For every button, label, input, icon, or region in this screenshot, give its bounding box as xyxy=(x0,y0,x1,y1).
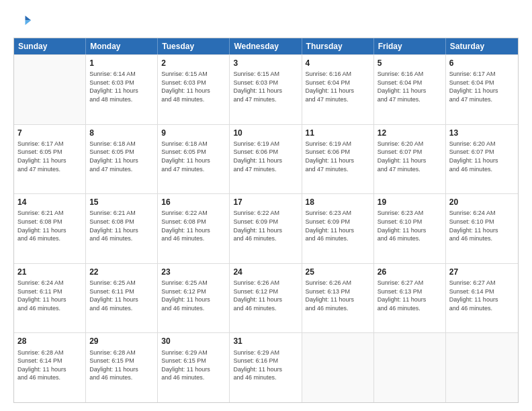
day-number: 4 xyxy=(306,58,370,68)
cell-info: Sunrise: 6:23 AM Sunset: 6:09 PM Dayligh… xyxy=(306,209,370,242)
day-number: 10 xyxy=(233,128,298,138)
day-number: 8 xyxy=(89,128,154,138)
calendar-cell-r2-c2: 16Sunrise: 6:22 AM Sunset: 6:08 PM Dayli… xyxy=(158,194,230,263)
calendar-cell-r3-c1: 22Sunrise: 6:25 AM Sunset: 6:11 PM Dayli… xyxy=(86,264,158,333)
cell-info: Sunrise: 6:14 AM Sunset: 6:03 PM Dayligh… xyxy=(89,70,154,103)
weekday-header-monday: Monday xyxy=(86,38,158,54)
calendar-row-1: 7Sunrise: 6:17 AM Sunset: 6:05 PM Daylig… xyxy=(14,124,518,194)
day-number: 7 xyxy=(17,128,82,138)
calendar-cell-r0-c3: 3Sunrise: 6:15 AM Sunset: 6:03 PM Daylig… xyxy=(230,55,302,124)
calendar-cell-r2-c0: 14Sunrise: 6:21 AM Sunset: 6:08 PM Dayli… xyxy=(14,194,86,263)
calendar-cell-r0-c2: 2Sunrise: 6:15 AM Sunset: 6:03 PM Daylig… xyxy=(158,55,230,124)
day-number: 9 xyxy=(161,128,226,138)
day-number: 11 xyxy=(306,128,370,138)
cell-info: Sunrise: 6:18 AM Sunset: 6:05 PM Dayligh… xyxy=(89,140,154,173)
calendar-cell-r1-c4: 11Sunrise: 6:19 AM Sunset: 6:06 PM Dayli… xyxy=(302,125,374,194)
calendar-row-3: 21Sunrise: 6:24 AM Sunset: 6:11 PM Dayli… xyxy=(14,263,518,333)
calendar-header: SundayMondayTuesdayWednesdayThursdayFrid… xyxy=(14,38,518,54)
calendar-cell-r1-c5: 12Sunrise: 6:20 AM Sunset: 6:07 PM Dayli… xyxy=(374,125,446,194)
calendar-cell-r1-c0: 7Sunrise: 6:17 AM Sunset: 6:05 PM Daylig… xyxy=(14,125,86,194)
calendar-cell-r0-c5: 5Sunrise: 6:16 AM Sunset: 6:04 PM Daylig… xyxy=(374,55,446,124)
cell-info: Sunrise: 6:22 AM Sunset: 6:09 PM Dayligh… xyxy=(233,209,298,242)
cell-info: Sunrise: 6:28 AM Sunset: 6:14 PM Dayligh… xyxy=(17,349,82,382)
day-number: 13 xyxy=(449,128,515,138)
calendar-cell-r3-c4: 25Sunrise: 6:26 AM Sunset: 6:13 PM Dayli… xyxy=(302,264,374,333)
day-number: 29 xyxy=(89,336,154,347)
day-number: 27 xyxy=(449,267,515,277)
weekday-header-friday: Friday xyxy=(374,38,446,54)
cell-info: Sunrise: 6:15 AM Sunset: 6:03 PM Dayligh… xyxy=(161,70,226,103)
calendar-cell-r2-c4: 18Sunrise: 6:23 AM Sunset: 6:09 PM Dayli… xyxy=(302,194,374,263)
calendar-cell-r2-c3: 17Sunrise: 6:22 AM Sunset: 6:09 PM Dayli… xyxy=(230,194,302,263)
weekday-header-thursday: Thursday xyxy=(302,38,374,54)
day-number: 17 xyxy=(233,197,298,208)
cell-info: Sunrise: 6:24 AM Sunset: 6:11 PM Dayligh… xyxy=(17,279,82,312)
cell-info: Sunrise: 6:21 AM Sunset: 6:08 PM Dayligh… xyxy=(89,209,154,242)
calendar-cell-r1-c3: 10Sunrise: 6:19 AM Sunset: 6:06 PM Dayli… xyxy=(230,125,302,194)
page: SundayMondayTuesdayWednesdayThursdayFrid… xyxy=(0,0,532,411)
cell-info: Sunrise: 6:28 AM Sunset: 6:15 PM Dayligh… xyxy=(89,349,154,382)
day-number: 3 xyxy=(233,58,298,68)
cell-info: Sunrise: 6:26 AM Sunset: 6:12 PM Dayligh… xyxy=(233,279,298,312)
calendar-cell-r4-c3: 31Sunrise: 6:29 AM Sunset: 6:16 PM Dayli… xyxy=(230,333,302,402)
day-number: 16 xyxy=(161,197,226,208)
day-number: 15 xyxy=(89,197,154,208)
calendar-cell-r1-c6: 13Sunrise: 6:20 AM Sunset: 6:07 PM Dayli… xyxy=(446,125,518,194)
calendar-cell-r3-c3: 24Sunrise: 6:26 AM Sunset: 6:12 PM Dayli… xyxy=(230,264,302,333)
cell-info: Sunrise: 6:16 AM Sunset: 6:04 PM Dayligh… xyxy=(306,70,370,103)
calendar-cell-r3-c0: 21Sunrise: 6:24 AM Sunset: 6:11 PM Dayli… xyxy=(14,264,86,333)
calendar-cell-r2-c5: 19Sunrise: 6:23 AM Sunset: 6:10 PM Dayli… xyxy=(374,194,446,263)
cell-info: Sunrise: 6:15 AM Sunset: 6:03 PM Dayligh… xyxy=(233,70,298,103)
calendar-body: 1Sunrise: 6:14 AM Sunset: 6:03 PM Daylig… xyxy=(14,54,518,402)
day-number: 14 xyxy=(17,197,82,208)
day-number: 28 xyxy=(17,336,82,347)
header xyxy=(13,12,519,31)
calendar-cell-r0-c4: 4Sunrise: 6:16 AM Sunset: 6:04 PM Daylig… xyxy=(302,55,374,124)
logo-icon xyxy=(13,12,32,31)
calendar-cell-r3-c6: 27Sunrise: 6:27 AM Sunset: 6:14 PM Dayli… xyxy=(446,264,518,333)
weekday-header-tuesday: Tuesday xyxy=(158,38,230,54)
cell-info: Sunrise: 6:25 AM Sunset: 6:12 PM Dayligh… xyxy=(161,279,226,312)
day-number: 26 xyxy=(378,267,442,277)
calendar-cell-r4-c4 xyxy=(302,333,374,402)
day-number: 31 xyxy=(233,336,298,347)
day-number: 19 xyxy=(378,197,442,208)
cell-info: Sunrise: 6:27 AM Sunset: 6:14 PM Dayligh… xyxy=(449,279,515,312)
calendar-cell-r4-c1: 29Sunrise: 6:28 AM Sunset: 6:15 PM Dayli… xyxy=(86,333,158,402)
day-number: 22 xyxy=(89,267,154,277)
calendar-row-4: 28Sunrise: 6:28 AM Sunset: 6:14 PM Dayli… xyxy=(14,332,518,402)
calendar-cell-r4-c6 xyxy=(446,333,518,402)
cell-info: Sunrise: 6:17 AM Sunset: 6:05 PM Dayligh… xyxy=(17,140,82,173)
cell-info: Sunrise: 6:20 AM Sunset: 6:07 PM Dayligh… xyxy=(378,140,442,173)
calendar-cell-r1-c2: 9Sunrise: 6:18 AM Sunset: 6:05 PM Daylig… xyxy=(158,125,230,194)
day-number: 20 xyxy=(449,197,515,208)
calendar-cell-r0-c0 xyxy=(14,55,86,124)
day-number: 2 xyxy=(161,58,226,68)
calendar-cell-r4-c2: 30Sunrise: 6:29 AM Sunset: 6:15 PM Dayli… xyxy=(158,333,230,402)
cell-info: Sunrise: 6:16 AM Sunset: 6:04 PM Dayligh… xyxy=(378,70,442,103)
calendar-cell-r1-c1: 8Sunrise: 6:18 AM Sunset: 6:05 PM Daylig… xyxy=(86,125,158,194)
day-number: 18 xyxy=(306,197,370,208)
cell-info: Sunrise: 6:19 AM Sunset: 6:06 PM Dayligh… xyxy=(306,140,370,173)
cell-info: Sunrise: 6:26 AM Sunset: 6:13 PM Dayligh… xyxy=(306,279,370,312)
day-number: 25 xyxy=(306,267,370,277)
calendar-cell-r0-c6: 6Sunrise: 6:17 AM Sunset: 6:04 PM Daylig… xyxy=(446,55,518,124)
svg-marker-1 xyxy=(26,20,32,25)
cell-info: Sunrise: 6:27 AM Sunset: 6:13 PM Dayligh… xyxy=(378,279,442,312)
cell-info: Sunrise: 6:25 AM Sunset: 6:11 PM Dayligh… xyxy=(89,279,154,312)
calendar: SundayMondayTuesdayWednesdayThursdayFrid… xyxy=(13,38,519,403)
cell-info: Sunrise: 6:17 AM Sunset: 6:04 PM Dayligh… xyxy=(449,70,515,103)
calendar-cell-r4-c5 xyxy=(374,333,446,402)
cell-info: Sunrise: 6:20 AM Sunset: 6:07 PM Dayligh… xyxy=(449,140,515,173)
cell-info: Sunrise: 6:22 AM Sunset: 6:08 PM Dayligh… xyxy=(161,209,226,242)
weekday-header-sunday: Sunday xyxy=(14,38,86,54)
weekday-header-wednesday: Wednesday xyxy=(230,38,302,54)
svg-marker-0 xyxy=(26,15,32,20)
calendar-row-2: 14Sunrise: 6:21 AM Sunset: 6:08 PM Dayli… xyxy=(14,193,518,263)
cell-info: Sunrise: 6:23 AM Sunset: 6:10 PM Dayligh… xyxy=(378,209,442,242)
day-number: 1 xyxy=(89,58,154,68)
cell-info: Sunrise: 6:29 AM Sunset: 6:15 PM Dayligh… xyxy=(161,349,226,382)
day-number: 23 xyxy=(161,267,226,277)
day-number: 21 xyxy=(17,267,82,277)
cell-info: Sunrise: 6:18 AM Sunset: 6:05 PM Dayligh… xyxy=(161,140,226,173)
